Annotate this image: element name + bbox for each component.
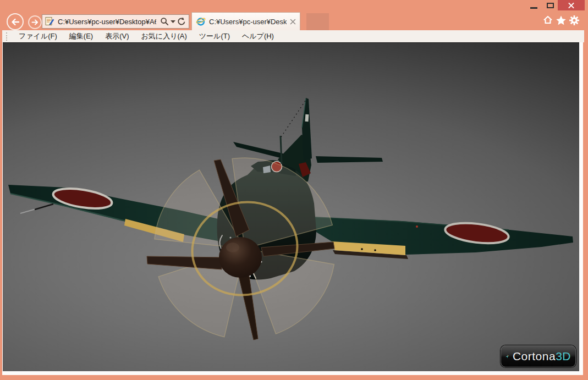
propeller-blade-left (147, 256, 223, 269)
minimize-icon (530, 7, 537, 9)
cortona3d-viewport[interactable]: Cortona3D (3, 42, 579, 371)
left-wing-roundel (52, 185, 113, 212)
ie-favicon (196, 16, 206, 26)
close-icon (568, 2, 575, 9)
titlebar[interactable]: C:¥Users¥pc-user¥Desktop¥A6M C:¥Users¥pc… (0, 0, 588, 30)
maximize-icon (547, 3, 554, 8)
antenna-mast (281, 136, 282, 164)
star-icon (556, 15, 567, 26)
search-icon[interactable] (160, 17, 169, 26)
a6m-zero-3d-model (3, 43, 579, 371)
menubar-grip[interactable] (6, 32, 8, 41)
spinner (219, 237, 262, 278)
menu-edit[interactable]: 編集(E) (63, 31, 99, 41)
gear-icon (569, 15, 580, 26)
cortona3d-badge[interactable]: Cortona3D (501, 345, 576, 367)
antenna-wire (281, 100, 306, 137)
forward-arrow-icon (31, 18, 39, 26)
page-file-icon (45, 16, 54, 26)
back-arrow-icon (10, 17, 20, 27)
menu-help[interactable]: ヘルプ(H) (236, 31, 280, 41)
menu-view[interactable]: 表示(V) (99, 31, 135, 41)
right-wing (314, 217, 573, 259)
maximize-button[interactable] (542, 0, 558, 10)
cortona3d-wordmark: Cortona3D (513, 350, 571, 363)
address-input[interactable]: C:¥Users¥pc-user¥Desktop¥A6M (58, 18, 156, 26)
address-dropdown-icon[interactable] (171, 20, 175, 23)
browser-tab[interactable]: C:¥Users¥pc-user¥Desk... (191, 12, 300, 30)
tab-title: C:¥Users¥pc-user¥Desk... (209, 18, 287, 26)
menu-favorites[interactable]: お気に入り(A) (135, 31, 193, 41)
refresh-icon[interactable] (177, 17, 186, 26)
browser-window: { "colors": { "titlebar": "#EB9678", "cl… (0, 0, 588, 380)
pitot-tube (20, 204, 53, 213)
new-tab-button[interactable] (306, 13, 329, 30)
close-button[interactable] (558, 0, 585, 10)
vertical-fin (302, 98, 312, 161)
propeller-blade-down (238, 274, 258, 340)
tools-button[interactable] (569, 15, 580, 26)
cortona3d-logo-icon (505, 348, 509, 365)
back-button[interactable] (7, 13, 24, 30)
menu-bar: ファイル(F) 編集(E) 表示(V) お気に入り(A) ツール(T) ヘルプ(… (2, 30, 584, 42)
address-bar[interactable]: C:¥Users¥pc-user¥Desktop¥A6M (42, 14, 189, 29)
home-icon (543, 15, 553, 25)
right-stabilizer (316, 156, 383, 163)
menu-file[interactable]: ファイル(F) (13, 31, 63, 41)
minimize-button[interactable] (526, 0, 541, 10)
home-button[interactable] (543, 15, 553, 25)
tab-close-icon[interactable] (290, 19, 296, 25)
tail-code (305, 114, 309, 122)
menu-tools[interactable]: ツール(T) (193, 31, 236, 41)
forward-button[interactable] (28, 15, 42, 29)
favorites-button[interactable] (556, 15, 567, 26)
